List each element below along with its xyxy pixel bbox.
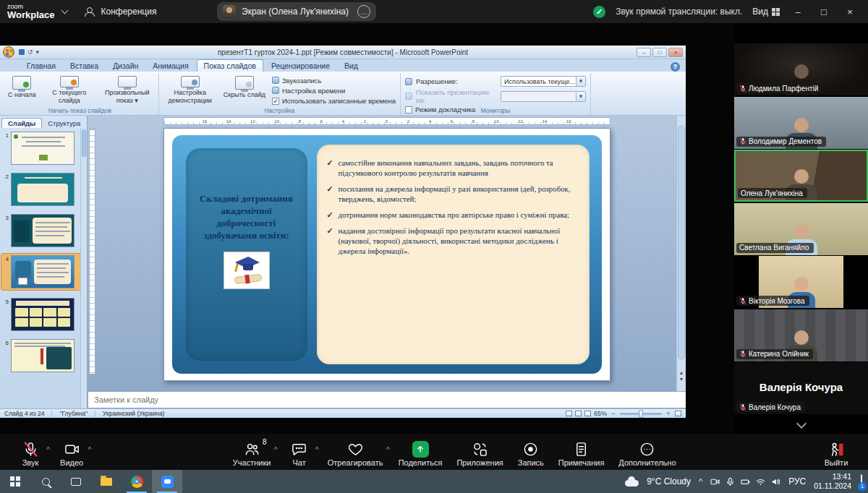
undo-icon[interactable]: ↺ (27, 48, 33, 56)
slide-thumbnail-5[interactable]: 5 (1, 298, 85, 331)
tab-shared-screen[interactable]: Экран (Олена Лук'янихіна) … (217, 2, 376, 21)
tab-animation[interactable]: Анимация (146, 60, 195, 72)
maximize-button[interactable]: □ (816, 7, 832, 17)
annotations-button[interactable]: Примечания (551, 437, 612, 467)
slide-thumbnail-4-selected[interactable]: 4 (1, 254, 85, 290)
tray-mic-icon[interactable] (726, 477, 735, 486)
clock[interactable]: 13:41 01.11.2024 (814, 472, 851, 490)
tab-view[interactable]: Вид (338, 60, 365, 72)
participant-tile-active-speaker[interactable]: Олена Лук'янихіна (734, 150, 868, 202)
slideshow-view-icon[interactable] (584, 411, 591, 416)
from-current-slide-button[interactable]: С текущего слайда (43, 74, 96, 106)
chrome-button[interactable] (122, 470, 152, 493)
tray-battery-icon[interactable] (741, 477, 750, 486)
tab-home[interactable]: Главная (20, 60, 62, 72)
graduation-cap-image[interactable] (224, 252, 270, 289)
zoom-slider-knob[interactable] (639, 410, 643, 418)
canvas-scrollbar[interactable]: ▲▼ (676, 116, 686, 391)
slide-thumbnail-1[interactable]: 1 (1, 132, 85, 165)
participants-button[interactable]: 8 Участники (226, 437, 278, 467)
slide-editor[interactable]: Складові дотримання академічної доброчес… (163, 128, 610, 381)
share-screen-button[interactable]: Поделиться (391, 437, 450, 467)
participant-tile-no-video[interactable]: Валерія Кочура Валерія Кочура (734, 362, 868, 414)
weather-cloud-icon[interactable] (625, 480, 639, 486)
slide-thumbnail-3[interactable]: 3 (1, 214, 85, 247)
file-explorer-button[interactable] (91, 470, 122, 493)
ppt-close-button[interactable]: × (668, 48, 683, 57)
participants-options-caret[interactable]: ^ (273, 445, 277, 454)
chat-button[interactable]: Чат (279, 437, 320, 467)
apps-button[interactable]: Приложения (449, 437, 510, 467)
participant-tile[interactable]: Володимир Дементов (734, 97, 868, 149)
slide-thumbnail-2[interactable]: 2 (1, 173, 85, 206)
search-button[interactable] (30, 470, 61, 493)
quick-access-toolbar[interactable]: ↺ ▾ (19, 48, 39, 56)
thumbnails-scrollbar[interactable] (80, 128, 87, 408)
tray-speaker-icon[interactable] (771, 477, 780, 486)
zoom-slider[interactable] (620, 413, 662, 415)
slide-bullets-card[interactable]: ✓ самостійне виконання навчальних завдан… (317, 145, 590, 364)
chevron-down-icon[interactable] (61, 7, 68, 14)
zoom-workplace-logo[interactable]: zoom Workplace (0, 4, 59, 20)
rehearse-timings-button[interactable]: Настройка времени (272, 86, 396, 95)
react-options-caret[interactable]: ^ (386, 445, 389, 454)
tab-meeting[interactable]: Конференция (75, 7, 167, 17)
normal-view-icon[interactable] (566, 411, 572, 416)
minimize-button[interactable]: – (790, 7, 806, 17)
tray-wifi-icon[interactable] (756, 477, 765, 486)
tab-design[interactable]: Дизайн (106, 60, 145, 72)
audio-options-caret[interactable]: ^ (46, 445, 50, 454)
tab-slideshow[interactable]: Показ слайдов (197, 59, 263, 72)
language-indicator[interactable]: РУС (788, 476, 806, 486)
ppt-minimize-button[interactable]: – (637, 48, 651, 57)
zoom-level[interactable]: 65% (594, 410, 607, 417)
react-button[interactable]: Отреагировать (320, 437, 391, 467)
more-button[interactable]: Дополнительно (611, 437, 683, 467)
start-button[interactable] (0, 470, 30, 493)
zoom-in-button[interactable]: + (665, 410, 672, 417)
slides-tab[interactable]: Слайды (1, 118, 42, 128)
save-icon[interactable] (19, 49, 25, 55)
language-status[interactable]: Украинский (Украина) (103, 410, 164, 417)
zoom-out-button[interactable]: − (610, 410, 617, 417)
custom-show-button[interactable]: Произвольный показ ▾ (101, 74, 154, 106)
setup-show-button[interactable]: Настройка демонстрации (163, 74, 217, 106)
ppt-restore-button[interactable]: □ (652, 48, 667, 57)
participant-tile[interactable]: Людмила Парфентій (734, 43, 868, 95)
tab-insert[interactable]: Вставка (64, 60, 105, 72)
slide-thumbnail-6[interactable]: 6 (1, 339, 85, 372)
participant-tile[interactable]: Катерина Олійник (734, 309, 868, 361)
help-icon[interactable]: ? (671, 62, 680, 72)
video-options-caret[interactable]: ^ (88, 445, 91, 454)
scrollbar-thumb[interactable] (678, 126, 685, 359)
notes-pane[interactable]: Заметки к слайду (88, 391, 686, 408)
tray-expand-caret[interactable]: ^ (699, 477, 702, 486)
prev-next-slide-buttons[interactable]: ▲▼ (677, 369, 686, 391)
security-shield-icon[interactable]: ✓ (593, 6, 605, 18)
outline-tab[interactable]: Структура (42, 119, 86, 128)
screen-tab-more-icon[interactable]: … (357, 5, 370, 18)
weather-text[interactable]: 9°C Cloudy (647, 476, 691, 486)
view-button[interactable]: Вид (752, 7, 780, 17)
qat-dropdown-icon[interactable]: ▾ (36, 48, 40, 56)
chat-options-caret[interactable]: ^ (315, 445, 319, 454)
slide-title-card[interactable]: Складові дотримання академічної доброчес… (186, 148, 307, 361)
fit-to-window-icon[interactable] (675, 411, 681, 416)
tray-camera-icon[interactable] (710, 477, 720, 486)
participant-tile[interactable]: Светлана Виганяйло (734, 203, 868, 255)
office-button[interactable] (3, 46, 14, 58)
resolution-dropdown[interactable]: Использовать текуще... ▾ (501, 76, 586, 87)
zoom-app-button[interactable] (152, 470, 182, 493)
record-button[interactable]: Запись (511, 437, 551, 467)
leave-button[interactable]: Выйти (816, 437, 856, 467)
participant-tile[interactable]: Вікторія Мозгова (734, 256, 868, 308)
action-center-button[interactable]: 1 (861, 475, 862, 488)
slide-sorter-icon[interactable] (575, 411, 582, 416)
audio-button[interactable]: Звук (10, 437, 51, 467)
close-button[interactable]: × (842, 7, 858, 17)
hide-slide-button[interactable]: Скрыть слайд (221, 74, 268, 106)
task-view-button[interactable] (61, 470, 91, 493)
tab-review[interactable]: Рецензирование (265, 60, 336, 72)
from-beginning-button[interactable]: С начала (6, 74, 38, 106)
video-button[interactable]: Видео (51, 437, 92, 467)
